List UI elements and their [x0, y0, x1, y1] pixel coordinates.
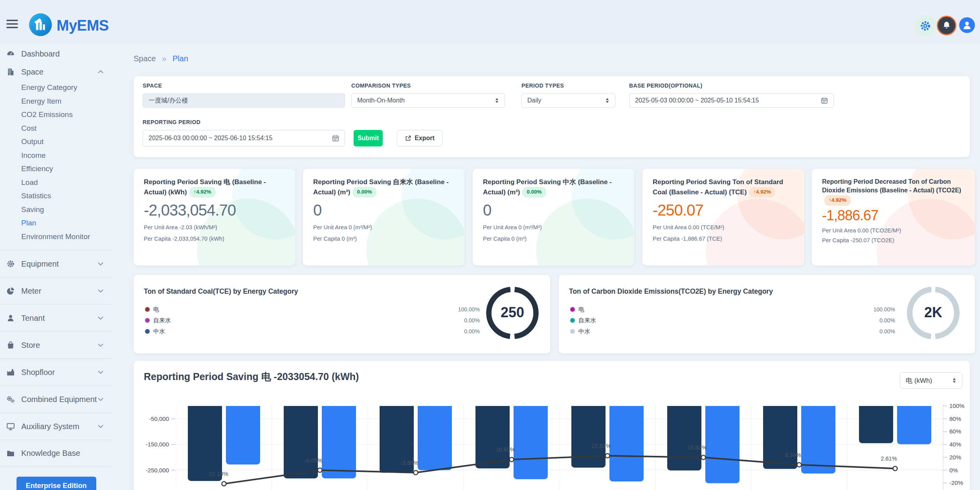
stat-card-value: -2,033,054.70	[144, 201, 286, 219]
breadcrumb-space-link[interactable]: Space	[134, 54, 156, 63]
sidebar-item-efficiency[interactable]: Efficiency	[21, 162, 112, 176]
energy-unit-select[interactable]: 电 (kWh)	[900, 372, 962, 389]
export-icon	[405, 135, 411, 142]
stat-card-water-saving: Reporting Period Saving 自来水 (Baseline - …	[303, 169, 464, 265]
select-arrows-icon	[495, 97, 499, 104]
sidebar-item-co2-emissions[interactable]: CO2 Emissions	[21, 108, 112, 122]
sidebar-item-output[interactable]: Output	[21, 135, 112, 149]
chart-title: Ton of Standard Coal(TCE) by Energy Cate…	[144, 287, 298, 296]
sidebar-item-energy-category[interactable]: Energy Category	[21, 81, 112, 95]
chevron-down-icon	[97, 397, 104, 401]
export-button[interactable]: Export	[397, 130, 442, 146]
space-input[interactable]	[143, 93, 345, 108]
reporting-period-input[interactable]	[143, 130, 345, 146]
stat-card-title: Reporting Period Decreased Ton of Carbon…	[822, 177, 965, 206]
chart-title: Reporting Period Saving 电 -2033054.70 (k…	[144, 370, 359, 383]
actual-bars	[418, 406, 452, 470]
percent-data-label: -21.18%	[207, 471, 228, 477]
actual-bars	[801, 406, 835, 474]
legend-dot-water	[145, 318, 150, 323]
sidebar-item-equipment[interactable]: Equipment	[0, 250, 112, 277]
top-navbar: MyEMS	[0, 0, 980, 44]
sidebar-item-label: Shopfloor	[21, 368, 55, 377]
sidebar-item-saving[interactable]: Saving	[21, 203, 112, 217]
sidebar-item-space[interactable]: Space	[0, 63, 112, 81]
gears-icon	[6, 395, 15, 404]
user-avatar-icon[interactable]	[959, 17, 975, 33]
hamburger-menu-icon[interactable]	[6, 19, 18, 29]
user-icon	[6, 314, 15, 322]
period-types-select[interactable]: Daily	[521, 93, 615, 108]
gauge-icon	[6, 49, 15, 58]
stat-card-value: -1,886.67	[822, 207, 965, 224]
sidebar-item-auxiliary-system[interactable]: Auxiliary System	[0, 413, 112, 440]
notifications-bell-icon[interactable]	[937, 16, 956, 35]
sidebar-item-shopfloor[interactable]: Shopfloor	[0, 358, 112, 386]
svg-text:-250,000: -250,000	[146, 467, 169, 474]
legend-dot-reclaimed-water	[145, 329, 150, 334]
calendar-icon[interactable]	[332, 134, 340, 142]
brand-name: MyEMS	[57, 17, 109, 34]
app-logo[interactable]: MyEMS	[29, 13, 109, 38]
per-unit-area-text: Per Unit Area 0 (m³/M²)	[483, 224, 625, 230]
sidebar-item-income[interactable]: Income	[21, 149, 112, 163]
base-period-input[interactable]	[629, 93, 834, 108]
baseline-bars	[475, 406, 510, 468]
stat-card-value: 0	[313, 201, 455, 219]
sidebar-item-energy-item[interactable]: Energy Item	[21, 95, 112, 108]
reporting-period-label: REPORTING PERIOD	[143, 119, 200, 125]
comparison-types-value: Month-On-Month	[357, 97, 405, 104]
sidebar-item-dashboard[interactable]: Dashboard	[0, 45, 112, 63]
sidebar-item-plan-active[interactable]: Plan	[21, 216, 112, 230]
sidebar-item-store[interactable]: Store	[0, 331, 112, 358]
period-types-value: Daily	[527, 97, 541, 104]
sidebar-item-cost[interactable]: Cost	[21, 122, 112, 135]
breadcrumb-separator: »	[162, 54, 166, 63]
per-unit-area-text: Per Unit Area -2.03 (kWh/M²)	[144, 224, 286, 230]
per-capita-text: Per Capita 0 (m³)	[483, 236, 625, 242]
building-icon	[6, 68, 15, 76]
tco2e-by-category-card: Ton of Carbon Dioxide Emissions(TCO2E) b…	[559, 275, 975, 353]
svg-text:-150,000: -150,000	[146, 441, 169, 448]
sidebar-item-label: Dashboard	[21, 49, 60, 59]
pie-chart-icon	[6, 287, 15, 295]
line-marker	[797, 463, 802, 467]
stat-card-title: Reporting Period Saving Ton of Standard …	[653, 177, 795, 197]
breadcrumb-plan-current[interactable]: Plan	[173, 54, 188, 63]
sidebar-item-statistics[interactable]: Statistics	[21, 189, 112, 203]
trend-badge: ↑4.92%	[189, 187, 216, 197]
line-marker	[893, 466, 897, 471]
sidebar-item-knowledge-base[interactable]: Knowledge Base	[0, 440, 112, 467]
sidebar-item-environment-monitor[interactable]: Environment Monitor	[21, 230, 112, 244]
comparison-types-select[interactable]: Month-On-Month	[351, 93, 505, 108]
actual-bars	[705, 406, 740, 483]
sidebar-item-tenant[interactable]: Tenant	[0, 304, 112, 331]
space-submenu: Energy Category Energy Item CO2 Emission…	[0, 81, 112, 243]
svg-text:100%: 100%	[949, 402, 964, 409]
legend-dot-water	[570, 318, 575, 323]
legend-label: 中水	[578, 328, 590, 335]
legend-dot-electricity	[570, 307, 575, 312]
baseline-bars	[188, 406, 222, 481]
chart-title: Ton of Carbon Dioxide Emissions(TCO2E) b…	[569, 287, 773, 296]
submit-button[interactable]: Submit	[354, 130, 383, 146]
actual-bars	[514, 406, 548, 479]
percent-data-label: -0.05%	[305, 457, 323, 464]
percent-data-label: -3.86%	[400, 460, 418, 466]
sidebar-item-load[interactable]: Load	[21, 176, 112, 190]
sidebar-item-combined-equipment[interactable]: Combined Equipment	[0, 386, 112, 413]
sidebar-item-label: Auxiliary System	[21, 422, 79, 431]
settings-gear-icon[interactable]	[914, 15, 936, 37]
line-marker	[414, 470, 418, 475]
stat-card-reclaimed-water-saving: Reporting Period Saving 中水 (Baseline - A…	[473, 169, 634, 265]
stat-card-value: -250.07	[653, 201, 795, 219]
sidebar-item-meter[interactable]: Meter	[0, 277, 112, 304]
bag-icon	[6, 341, 15, 349]
stat-card-value: 0	[483, 201, 625, 219]
legend-label: 电	[153, 306, 159, 313]
enterprise-edition-button[interactable]: Enterprise Edition	[17, 477, 96, 490]
calendar-icon[interactable]	[820, 97, 828, 104]
actual-bars	[609, 406, 644, 481]
sidebar-item-label: Knowledge Base	[21, 449, 80, 458]
actual-bars	[322, 406, 356, 478]
